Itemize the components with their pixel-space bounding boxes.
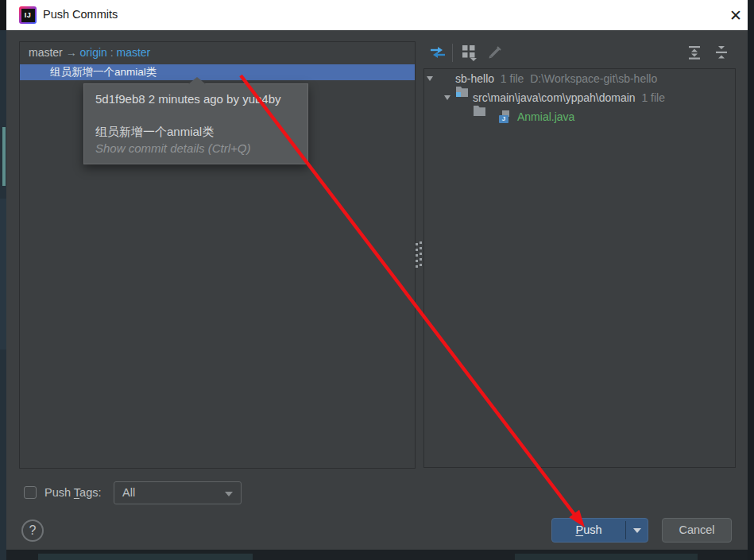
commit-tooltip: 5d1f9eb8 2 minutes ago by yub4by 组员新增一个a… <box>83 83 308 164</box>
background-ide-right-strip <box>748 0 754 560</box>
chevron-down-icon[interactable] <box>425 74 435 83</box>
cancel-button[interactable]: Cancel <box>662 518 732 543</box>
help-button[interactable]: ? <box>21 519 44 542</box>
tags-dropdown-value: All <box>122 486 135 499</box>
remote-link[interactable]: origin <box>80 46 107 59</box>
background-ide-bottom-strip <box>6 550 748 560</box>
changed-files-panel <box>423 68 736 468</box>
commit-message: 组员新增一个anmial类 <box>50 66 157 78</box>
push-options-arrow[interactable] <box>626 519 648 542</box>
tree-row-file[interactable]: J Anmial.java <box>499 108 574 126</box>
tooltip-hash-line: 5d1f9eb8 2 minutes ago by yub4by <box>95 92 296 106</box>
remote-branch-link[interactable]: master <box>117 46 151 59</box>
tree-row-directory[interactable]: src\main\java\com\yppah\domain 1 file <box>443 89 665 106</box>
folder-icon <box>454 91 469 104</box>
screen: IJ Push Commits ✕ master → origin : mast… <box>0 0 754 560</box>
branch-arrow-icon: → <box>66 46 77 59</box>
compare-branches-icon[interactable] <box>428 43 447 62</box>
dialog-title: Push Commits <box>43 8 118 21</box>
tooltip-message: 组员新增一个anmial类 <box>95 125 296 140</box>
java-class-icon: J <box>499 110 513 123</box>
chevron-down-icon[interactable] <box>443 93 452 102</box>
tooltip-hint: Show commit details (Ctrl+Q) <box>95 141 296 155</box>
module-path: D:\Workspace-git\sb-hello <box>530 72 657 85</box>
group-by-icon[interactable] <box>460 43 479 62</box>
commit-row-selected[interactable]: 组员新增一个anmial类 <box>20 64 415 80</box>
branch-row: master → origin : master <box>29 46 150 59</box>
added-file-name: Anmial.java <box>517 110 574 123</box>
chevron-down-icon <box>225 492 233 496</box>
background-ide-left-strip <box>0 0 6 560</box>
tree-row-module[interactable]: sb-hello 1 file D:\Workspace-git\sb-hell… <box>425 70 657 87</box>
collapse-all-icon[interactable] <box>712 43 731 62</box>
splitter-grip[interactable] <box>414 240 423 272</box>
close-icon[interactable]: ✕ <box>725 4 747 26</box>
expand-all-icon[interactable] <box>685 43 704 62</box>
tags-dropdown[interactable]: All <box>114 481 242 504</box>
module-folder-icon <box>437 72 451 85</box>
toolbar-separator <box>452 44 453 62</box>
push-button[interactable]: Push <box>551 518 648 543</box>
file-count: 1 file <box>501 72 524 85</box>
dialog-titlebar: IJ Push Commits ✕ <box>6 0 748 30</box>
edit-icon[interactable] <box>485 43 505 62</box>
intellij-logo-icon: IJ <box>19 6 37 24</box>
files-toolbar <box>423 41 736 67</box>
push-tags-checkbox[interactable] <box>24 486 37 499</box>
chevron-down-icon <box>633 528 641 533</box>
push-tags-label: Push Tags: <box>44 486 102 499</box>
push-button-label[interactable]: Push <box>552 519 625 542</box>
file-count: 1 file <box>641 91 665 104</box>
local-branch-label: master <box>29 46 63 59</box>
background-scrollbar <box>2 127 6 186</box>
